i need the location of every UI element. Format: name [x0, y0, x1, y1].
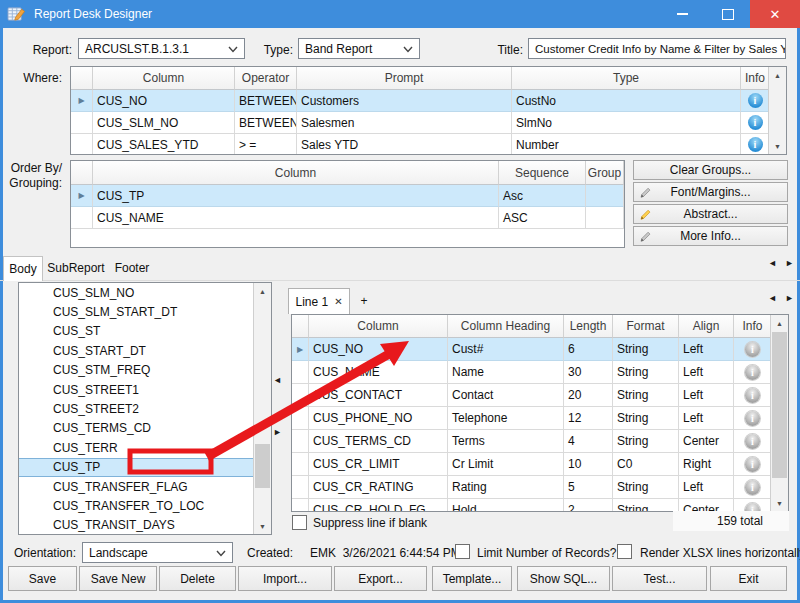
tab-footer[interactable]: Footer: [110, 256, 154, 280]
info-icon[interactable]: [745, 480, 760, 495]
line-row-cus-name[interactable]: CUS_NAME Name 30 String Left: [292, 361, 770, 384]
info-icon[interactable]: [745, 457, 760, 472]
line-tab-scroll-left-icon[interactable]: ◄: [768, 293, 777, 303]
field-list-item[interactable]: CUS_TRANSFER_TO_LOC: [19, 496, 253, 515]
tab-close-icon[interactable]: ✕: [334, 296, 342, 307]
save-new-button[interactable]: Save New: [79, 566, 157, 591]
info-icon[interactable]: [748, 115, 763, 130]
tab-scroll-left-icon[interactable]: ◄: [768, 258, 777, 268]
line-row-cus-cr-rating[interactable]: CUS_CR_RATING Rating 5 String Left: [292, 476, 770, 499]
scroll-down-icon[interactable]: ▼: [254, 518, 271, 534]
info-icon[interactable]: [745, 342, 760, 357]
line-table-scrollbar[interactable]: ▲ ▼: [770, 315, 788, 511]
where-header-info[interactable]: Info: [741, 67, 768, 90]
more-info-button[interactable]: More Info...: [633, 226, 788, 246]
line-header-column[interactable]: Column: [309, 315, 448, 338]
scroll-down-icon[interactable]: ▼: [771, 495, 788, 511]
field-list-scrollbar[interactable]: ▲ ▼: [253, 283, 271, 534]
field-list-item[interactable]: CUS_TERR: [19, 438, 253, 457]
font-margins-button[interactable]: Font/Margins...: [633, 182, 788, 202]
line-row-cus-contact[interactable]: CUS_CONTACT Contact 20 String Left: [292, 384, 770, 407]
line-header-length[interactable]: Length: [564, 315, 613, 338]
order-header-column[interactable]: Column: [93, 161, 499, 185]
line-row-cus-terms-cd[interactable]: CUS_TERMS_CD Terms 4 String Center: [292, 430, 770, 453]
clear-groups-button[interactable]: Clear Groups...: [633, 160, 788, 180]
maximize-button[interactable]: [705, 0, 750, 28]
info-icon[interactable]: [745, 503, 760, 512]
line-row-cus-cr-limit[interactable]: CUS_CR_LIMIT Cr Limit 10 C0 Right: [292, 453, 770, 476]
field-list-item[interactable]: CUS_TRANSFER_FLAG: [19, 477, 253, 496]
scroll-down-icon[interactable]: ▼: [769, 138, 786, 154]
field-list-item-cus-tp[interactable]: CUS_TP: [19, 458, 253, 477]
where-header-operator[interactable]: Operator: [235, 67, 297, 90]
where-row-cus-slm-no[interactable]: CUS_SLM_NO BETWEEN Salesmen SlmNo: [71, 112, 768, 134]
cell-prompt: Salesmen: [297, 112, 512, 134]
line-header-info[interactable]: Info: [734, 315, 770, 338]
field-list-item[interactable]: CUS_TRANSIT_DAYS: [19, 516, 253, 534]
field-list-item[interactable]: CUS_ST: [19, 322, 253, 341]
where-header-type[interactable]: Type: [512, 67, 741, 90]
info-icon[interactable]: [748, 93, 763, 108]
line-header-align[interactable]: Align: [679, 315, 734, 338]
line-row-cus-phone-no[interactable]: CUS_PHONE_NO Telephone 12 String Left: [292, 407, 770, 430]
render-xlsx-checkbox[interactable]: [617, 544, 632, 559]
field-list-item[interactable]: CUS_STREET1: [19, 380, 253, 399]
tab-scroll-right-icon[interactable]: ►: [785, 258, 794, 268]
type-combobox[interactable]: Band Report: [298, 38, 420, 59]
field-list-item[interactable]: CUS_START_DT: [19, 341, 253, 360]
suppress-line-checkbox[interactable]: [292, 515, 307, 530]
delete-button[interactable]: Delete: [159, 566, 236, 591]
splitter-collapse-right-icon[interactable]: ►: [273, 427, 282, 437]
minimize-button[interactable]: [660, 0, 705, 28]
info-icon[interactable]: [748, 137, 763, 152]
where-header-column[interactable]: Column: [93, 67, 235, 90]
line-row-cus-no[interactable]: CUS_NO Cust# 6 String Left: [292, 338, 770, 361]
test-button[interactable]: Test...: [612, 566, 707, 591]
line-row-cus-cr-hold-fg[interactable]: CUS_CR_HOLD_FG Hold 2 String Center: [292, 499, 770, 511]
field-list-item[interactable]: CUS_SLM_START_DT: [19, 302, 253, 321]
limit-records-checkbox[interactable]: [455, 544, 470, 559]
info-icon[interactable]: [745, 434, 760, 449]
info-icon[interactable]: [745, 411, 760, 426]
abstract-button[interactable]: Abstract...: [633, 204, 788, 224]
scroll-up-icon[interactable]: ▲: [254, 283, 271, 299]
order-row-cus-tp[interactable]: CUS_TP Asc: [71, 185, 624, 207]
line-tab-scroll-right-icon[interactable]: ►: [785, 293, 794, 303]
tab-add-line[interactable]: +: [352, 290, 376, 312]
info-icon[interactable]: [745, 365, 760, 380]
where-scrollbar[interactable]: ▲ ▼: [768, 67, 786, 154]
row-selector: [292, 384, 309, 407]
title-input[interactable]: Customer Credit Info by Name & Filter by…: [528, 38, 786, 59]
scroll-up-icon[interactable]: ▲: [769, 67, 786, 83]
minimize-icon: [677, 13, 688, 15]
scroll-up-icon[interactable]: ▲: [771, 315, 788, 331]
splitter-collapse-left-icon[interactable]: ◄: [273, 375, 282, 385]
field-list-item[interactable]: CUS_SLM_NO: [19, 283, 253, 302]
tab-line-1[interactable]: Line 1 ✕: [288, 288, 350, 314]
tab-subreport[interactable]: SubReport: [44, 256, 108, 280]
scroll-thumb[interactable]: [772, 332, 787, 478]
where-row-cus-sales-ytd[interactable]: CUS_SALES_YTD > = Sales YTD Number: [71, 134, 768, 154]
template-button[interactable]: Template...: [432, 566, 512, 591]
close-button[interactable]: ✕: [750, 0, 800, 28]
line-header-heading[interactable]: Column Heading: [448, 315, 564, 338]
where-row-cus-no[interactable]: CUS_NO BETWEEN Customers CustNo: [71, 90, 768, 112]
orientation-combobox[interactable]: Landscape: [82, 542, 233, 563]
field-list-item[interactable]: CUS_STREET2: [19, 399, 253, 418]
exit-button[interactable]: Exit: [710, 566, 787, 591]
order-header-sequence[interactable]: Sequence: [499, 161, 586, 185]
order-row-cus-name[interactable]: CUS_NAME ASC: [71, 207, 624, 229]
export-button[interactable]: Export...: [334, 566, 427, 591]
import-button[interactable]: Import...: [238, 566, 332, 591]
order-header-group[interactable]: Group: [586, 161, 624, 185]
line-header-format[interactable]: Format: [613, 315, 679, 338]
where-header-prompt[interactable]: Prompt: [297, 67, 512, 90]
report-combobox[interactable]: ARCUSLST.B.1.3.1: [78, 38, 245, 59]
tab-body[interactable]: Body: [3, 256, 43, 281]
scroll-thumb[interactable]: [255, 444, 270, 488]
field-list-item[interactable]: CUS_TERMS_CD: [19, 419, 253, 438]
field-list-item[interactable]: CUS_STM_FREQ: [19, 361, 253, 380]
show-sql-button[interactable]: Show SQL...: [517, 566, 610, 591]
info-icon[interactable]: [745, 388, 760, 403]
save-button[interactable]: Save: [8, 566, 77, 591]
